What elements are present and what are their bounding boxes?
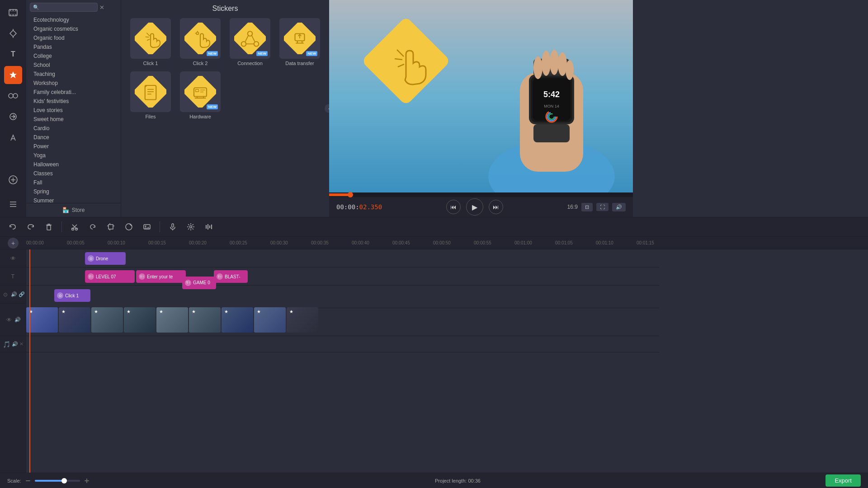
video-track-eye[interactable]: 👁 <box>5 316 13 324</box>
category-item[interactable]: Teaching <box>28 70 119 79</box>
redo-btn[interactable] <box>24 220 38 234</box>
category-item[interactable]: Sweet home <box>28 115 119 124</box>
blast-clip[interactable]: T↑ BLAST- <box>214 270 248 283</box>
color-btn[interactable] <box>122 220 136 234</box>
overlay-track-link[interactable]: 🔗 <box>19 291 25 297</box>
current-time: 02.350 <box>359 203 382 211</box>
scale-max-icon <box>84 478 90 484</box>
settings-gear-btn[interactable] <box>184 220 198 234</box>
svg-point-12 <box>13 94 18 98</box>
text-track-eye[interactable]: T <box>9 272 17 281</box>
video-thumb-9[interactable] <box>287 307 318 333</box>
delete-btn[interactable] <box>42 220 56 234</box>
svg-rect-74 <box>47 225 51 230</box>
sticker-item-files[interactable]: Files <box>128 71 173 119</box>
undo-btn[interactable] <box>5 220 20 234</box>
stickers-search-input[interactable] <box>30 3 98 12</box>
level07-clip[interactable]: T↑ LEVEL 07 <box>85 270 135 283</box>
motion-btn[interactable] <box>4 108 22 126</box>
transitions-btn[interactable] <box>4 87 22 105</box>
video-track-volume[interactable]: 🔊 <box>14 317 21 323</box>
category-item[interactable]: Organic cosmetics <box>28 24 119 33</box>
cut-btn[interactable] <box>67 220 82 234</box>
category-item[interactable]: Spring <box>28 187 119 196</box>
category-item[interactable]: Ecotechnology <box>28 15 119 24</box>
click1-clip-icon: ⊙ <box>57 292 63 299</box>
scale-thumb[interactable] <box>61 478 67 483</box>
category-item[interactable]: Kids' festivities <box>28 97 119 106</box>
text-btn[interactable]: T <box>4 45 22 63</box>
video-thumb-8[interactable] <box>254 307 286 333</box>
category-item[interactable]: Love stories <box>28 106 119 115</box>
category-item[interactable]: Fall <box>28 178 119 187</box>
audio-eq-btn[interactable] <box>202 220 216 234</box>
enter-text-clip[interactable]: T↑ Enter your te <box>136 270 186 283</box>
voice-btn[interactable] <box>165 220 180 234</box>
category-item[interactable]: Pandas <box>28 42 119 52</box>
video-thumb-2[interactable] <box>59 307 90 333</box>
collapse-panel-btn[interactable]: ‹ <box>325 104 329 113</box>
film-btn[interactable] <box>4 4 22 22</box>
sticker-item-click1[interactable]: Click 1 <box>128 18 173 66</box>
video-thumb-3[interactable] <box>91 307 123 333</box>
sticker-thumb-connection: NEW <box>230 18 270 59</box>
category-item[interactable]: Cardio <box>28 124 119 133</box>
stickers-btn[interactable] <box>4 66 22 84</box>
category-item[interactable]: Dance <box>28 133 119 142</box>
sticker-item-connection[interactable]: NEWConnection <box>228 18 272 66</box>
crop-btn[interactable] <box>104 220 118 234</box>
tracks-scroll-area[interactable]: ⊙ Drone T↑ LEVEL 07 T↑ Enter your te <box>26 249 868 473</box>
drone-clip[interactable]: ⊙ Drone <box>85 252 126 265</box>
category-item[interactable]: Classes <box>28 169 119 178</box>
category-item[interactable]: Family celebrati... <box>28 88 119 97</box>
video-thumb-7[interactable] <box>222 307 253 333</box>
scale-slider[interactable] <box>35 480 80 482</box>
category-item[interactable]: Summer <box>28 196 119 203</box>
sticker-item-data_transfer[interactable]: NEWData transfer <box>278 18 322 66</box>
overlay-track-eye[interactable]: ⊙ <box>1 291 9 299</box>
sticker-track-eye[interactable]: 👁 <box>9 254 17 263</box>
rotate-btn[interactable] <box>85 220 100 234</box>
video-thumb-5[interactable] <box>156 307 188 333</box>
add-btn[interactable] <box>4 171 22 189</box>
fullscreen-btn[interactable]: ⛶ <box>596 203 609 211</box>
category-item[interactable]: College <box>28 52 119 61</box>
aspect-ratio-btn[interactable]: ⊡ <box>581 203 593 211</box>
category-item[interactable]: Power <box>28 142 119 151</box>
sticker-item-hardware[interactable]: NEWHardware <box>178 71 222 119</box>
store-button[interactable]: 🏪 Store <box>26 203 121 217</box>
playback-controls: ⏮ ▶ ⏭ <box>446 198 503 216</box>
skip-end-btn[interactable]: ⏭ <box>489 200 503 214</box>
category-item[interactable]: School <box>28 61 119 70</box>
video-thumb-6[interactable] <box>189 307 221 333</box>
menu-btn[interactable] <box>4 195 22 213</box>
video-thumb-1[interactable] <box>26 307 58 333</box>
new-badge: NEW <box>207 51 218 56</box>
video-thumb-4[interactable] <box>124 307 156 333</box>
progress-thumb[interactable] <box>348 192 353 197</box>
category-item[interactable]: Halloween <box>28 160 119 169</box>
category-item[interactable]: Workshop <box>28 79 119 88</box>
sticker-track-controls: 👁 <box>0 249 26 267</box>
play-pause-btn[interactable]: ▶ <box>466 198 483 216</box>
overlay-track-volume[interactable]: 🔊 <box>11 291 17 297</box>
click1-clip[interactable]: ⊙ Click 1 <box>54 289 90 302</box>
effects-btn[interactable] <box>4 24 22 42</box>
search-clear-btn[interactable]: ✕ <box>99 4 104 11</box>
project-length-label: Project length: <box>435 478 467 483</box>
click-sticker-overlay[interactable] <box>361 16 451 106</box>
sticker-item-click2[interactable]: NEWClick 2 <box>178 18 222 66</box>
preview-progress-bar[interactable] <box>329 192 633 197</box>
category-item[interactable]: Yoga <box>28 151 119 160</box>
sports-btn[interactable] <box>4 128 22 146</box>
category-item[interactable]: Organic food <box>28 33 119 42</box>
svg-rect-7 <box>13 14 14 16</box>
tracks-inner: ⊙ Drone T↑ LEVEL 07 T↑ Enter your te <box>26 249 659 473</box>
new-badge: NEW <box>306 51 317 56</box>
volume-btn[interactable]: 🔊 <box>612 203 626 211</box>
store-icon: 🏪 <box>62 207 69 213</box>
export-button[interactable]: Export <box>826 474 861 487</box>
skip-start-btn[interactable]: ⏮ <box>446 200 461 214</box>
image-overlay-btn[interactable] <box>140 220 154 234</box>
add-track-btn[interactable]: + <box>8 238 19 249</box>
